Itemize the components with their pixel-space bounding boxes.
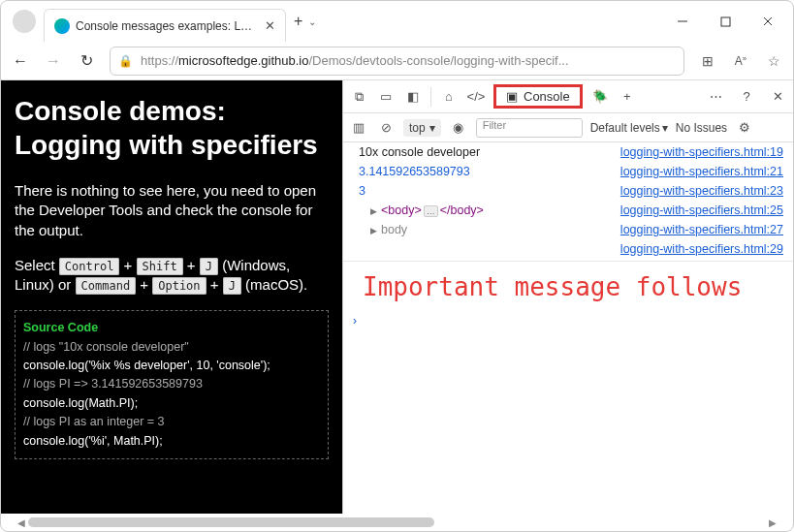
page-content: Console demos: Logging with specifiers T… xyxy=(1,80,342,514)
browser-toolbar: ← → ↻ 🔒 https://microsoftedge.github.io/… xyxy=(1,42,793,80)
kbd-shift: Shift xyxy=(137,258,183,275)
console-row: logging-with-specifiers.html:29 xyxy=(343,239,793,259)
scroll-left-icon[interactable]: ◀ xyxy=(15,517,28,528)
styled-console-message: Important message follows xyxy=(343,264,793,306)
sidebar-toggle-icon[interactable]: ▥ xyxy=(349,120,368,135)
window-minimize-button[interactable] xyxy=(661,7,704,36)
back-button[interactable]: ← xyxy=(11,51,30,71)
refresh-button[interactable]: ↻ xyxy=(77,51,96,71)
welcome-icon[interactable]: ⌂ xyxy=(439,89,459,104)
scrollbar-thumb[interactable] xyxy=(28,517,434,527)
devtools-close-button[interactable]: ✕ xyxy=(768,89,787,104)
svg-rect-1 xyxy=(721,17,730,26)
console-prompt[interactable]: › xyxy=(343,306,793,335)
kbd-j-2: J xyxy=(223,277,241,295)
source-link[interactable]: logging-with-specifiers.html:29 xyxy=(620,242,783,256)
forward-button[interactable]: → xyxy=(44,51,63,71)
app-icon[interactable]: ⊞ xyxy=(698,53,717,69)
devtools-tabbar: ⧉ ▭ ◧ ⌂ </> ▣ Console 🪲 + ⋯ ? ✕ xyxy=(343,80,793,113)
browser-titlebar: Console messages examples: Log... ✕ + ⌄ xyxy=(1,1,793,42)
dock-icon[interactable]: ◧ xyxy=(403,89,423,104)
source-link[interactable]: logging-with-specifiers.html:27 xyxy=(620,223,783,236)
read-aloud-icon[interactable]: A» xyxy=(731,54,750,68)
new-tab-button[interactable]: + xyxy=(294,13,302,30)
page-heading: Console demos: Logging with specifiers xyxy=(15,94,329,162)
issues-label[interactable]: No Issues xyxy=(676,121,727,135)
page-intro: There is nothing to see here, you need t… xyxy=(15,181,329,240)
console-icon: ▣ xyxy=(506,89,518,104)
source-link[interactable]: logging-with-specifiers.html:23 xyxy=(620,184,783,198)
code-header: Source Code xyxy=(23,319,320,337)
devtools-panel: ⧉ ▭ ◧ ⌂ </> ▣ Console 🪲 + ⋯ ? ✕ ▥ ⊘ top▾… xyxy=(342,80,793,514)
scroll-right-icon[interactable]: ▶ xyxy=(766,517,779,528)
console-row: ▶bodylogging-with-specifiers.html:27 xyxy=(343,220,793,239)
filter-input[interactable]: Filter xyxy=(476,118,583,138)
lock-icon: 🔒 xyxy=(118,54,133,68)
help-icon[interactable]: ? xyxy=(737,89,756,104)
console-settings-icon[interactable]: ⚙ xyxy=(735,120,754,135)
source-link[interactable]: logging-with-specifiers.html:25 xyxy=(620,203,783,217)
live-expression-icon[interactable]: ◉ xyxy=(449,120,468,135)
expand-icon[interactable]: ▶ xyxy=(370,206,377,216)
debug-icon[interactable]: 🪲 xyxy=(590,89,610,104)
clear-console-icon[interactable]: ⊘ xyxy=(376,120,396,135)
device-icon[interactable]: ▭ xyxy=(376,89,396,104)
address-bar[interactable]: 🔒 https://microsoftedge.github.io/Demos/… xyxy=(110,47,684,76)
horizontal-scrollbar[interactable]: ◀ ▶ xyxy=(15,516,779,529)
profile-avatar[interactable] xyxy=(13,10,36,33)
url-text: https://microsoftedge.github.io/Demos/de… xyxy=(141,53,569,68)
elements-icon[interactable]: </> xyxy=(466,89,486,104)
window-maximize-button[interactable] xyxy=(704,7,746,36)
kbd-control: Control xyxy=(59,258,120,275)
tab-overflow-icon[interactable]: ⌄ xyxy=(308,16,316,27)
context-selector[interactable]: top▾ xyxy=(403,119,441,137)
inspect-icon[interactable]: ⧉ xyxy=(349,89,368,105)
console-row: 10x console developerlogging-with-specif… xyxy=(343,142,793,162)
window-close-button[interactable] xyxy=(746,7,789,36)
kbd-option: Option xyxy=(152,277,206,295)
console-row: 3logging-with-specifiers.html:23 xyxy=(343,181,793,201)
favorite-button[interactable]: ☆ xyxy=(764,53,783,69)
console-output: 10x console developerlogging-with-specif… xyxy=(343,142,793,514)
log-levels-selector[interactable]: Default levels▾ xyxy=(590,121,668,135)
source-link[interactable]: logging-with-specifiers.html:19 xyxy=(620,145,783,159)
browser-tab[interactable]: Console messages examples: Log... ✕ xyxy=(44,9,286,42)
kbd-command: Command xyxy=(76,277,137,295)
console-row: 3.141592653589793logging-with-specifiers… xyxy=(343,162,793,181)
kbd-j: J xyxy=(200,258,218,275)
edge-favicon xyxy=(54,18,70,34)
tab-console[interactable]: ▣ Console xyxy=(493,84,583,109)
console-toolbar: ▥ ⊘ top▾ ◉ Filter Default levels▾ No Iss… xyxy=(343,113,793,142)
tab-title: Console messages examples: Log... xyxy=(76,19,257,33)
close-tab-icon[interactable]: ✕ xyxy=(265,18,275,33)
overflow-menu-icon[interactable]: ⋯ xyxy=(706,89,725,104)
source-link[interactable]: logging-with-specifiers.html:21 xyxy=(620,165,783,178)
expand-icon[interactable]: ▶ xyxy=(370,226,377,235)
source-code-box: Source Code // logs "10x console develop… xyxy=(15,310,329,459)
more-tabs-button[interactable]: + xyxy=(618,89,637,104)
page-instructions: Select Control + Shift + J (Windows, Lin… xyxy=(15,256,329,296)
console-row: ▶<body>…</body>logging-with-specifiers.h… xyxy=(343,201,793,220)
